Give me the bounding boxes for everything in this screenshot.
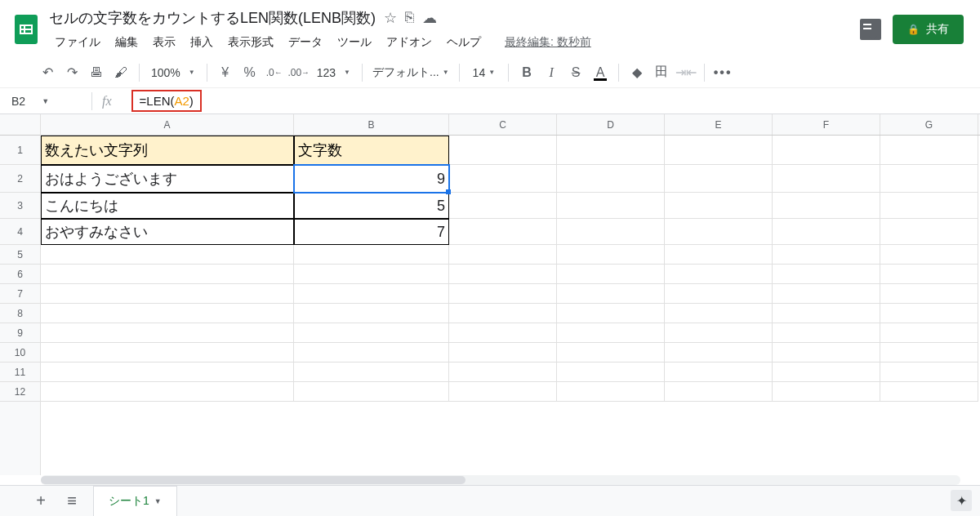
cell[interactable]: [41, 284, 294, 304]
percent-button[interactable]: %: [238, 61, 261, 84]
cell[interactable]: [449, 323, 557, 343]
cell[interactable]: [41, 363, 294, 382]
cell[interactable]: [773, 323, 880, 343]
menu-data[interactable]: データ: [283, 32, 328, 53]
cell[interactable]: [557, 219, 665, 245]
sheet-tab-1[interactable]: シート1 ▼: [93, 486, 177, 516]
cell[interactable]: [294, 382, 449, 402]
cell[interactable]: [557, 136, 665, 165]
cell[interactable]: [294, 284, 449, 304]
cell-B1[interactable]: 文字数: [294, 136, 449, 165]
cell-A4[interactable]: おやすみなさい: [41, 219, 294, 245]
cell[interactable]: [880, 219, 978, 245]
font-family-select[interactable]: デフォルト...: [369, 62, 452, 83]
cell[interactable]: [773, 219, 880, 245]
name-box[interactable]: B2 ▼: [0, 95, 82, 108]
menu-addons[interactable]: アドオン: [381, 32, 438, 53]
cell[interactable]: [880, 382, 978, 402]
cell[interactable]: [449, 284, 557, 304]
cell[interactable]: [294, 304, 449, 323]
column-header[interactable]: G: [880, 114, 978, 135]
currency-button[interactable]: ¥: [214, 61, 237, 84]
document-title[interactable]: セルの文字数をカウントするLEN関数(LENB関数): [49, 8, 376, 28]
print-button[interactable]: 🖶: [85, 61, 108, 84]
cell[interactable]: [880, 323, 978, 343]
row-header[interactable]: 9: [0, 323, 40, 343]
number-format-button[interactable]: 123: [312, 63, 355, 82]
cell[interactable]: [449, 343, 557, 363]
cell[interactable]: [449, 165, 557, 193]
cells-grid[interactable]: 数えたい文字列 文字数 おはようございます 9 こんにちは 5: [41, 136, 980, 402]
cell[interactable]: [557, 265, 665, 284]
italic-button[interactable]: I: [540, 61, 563, 84]
cell[interactable]: [773, 343, 880, 363]
menu-insert[interactable]: 挿入: [185, 32, 219, 53]
column-header[interactable]: A: [41, 114, 294, 135]
cell[interactable]: [880, 136, 978, 165]
row-header[interactable]: 7: [0, 284, 40, 304]
decrease-decimal-button[interactable]: .0←: [263, 61, 286, 84]
add-sheet-button[interactable]: +: [31, 492, 51, 511]
cell[interactable]: [665, 245, 773, 265]
menu-help[interactable]: ヘルプ: [441, 32, 487, 53]
cell[interactable]: [665, 284, 773, 304]
borders-button[interactable]: 田: [650, 61, 673, 84]
cell[interactable]: [449, 265, 557, 284]
merge-button[interactable]: ⇥⇤: [675, 61, 697, 84]
row-header[interactable]: 2: [0, 165, 40, 193]
cell[interactable]: [557, 363, 665, 382]
cell[interactable]: [294, 245, 449, 265]
cell[interactable]: [41, 245, 294, 265]
horizontal-scrollbar[interactable]: [41, 475, 960, 485]
cell[interactable]: [449, 136, 557, 165]
cell-A1[interactable]: 数えたい文字列: [41, 136, 294, 165]
cell-A2[interactable]: おはようございます: [41, 165, 294, 193]
all-sheets-button[interactable]: ≡: [62, 492, 82, 511]
column-header[interactable]: B: [294, 114, 449, 135]
cell[interactable]: [449, 304, 557, 323]
cell[interactable]: [665, 136, 773, 165]
cell[interactable]: [449, 245, 557, 265]
column-header[interactable]: C: [449, 114, 557, 135]
cell[interactable]: [41, 323, 294, 343]
cell[interactable]: [880, 245, 978, 265]
cell-B4[interactable]: 7: [294, 219, 449, 245]
formula-input[interactable]: =LEN(A2): [131, 90, 202, 112]
cell-A3[interactable]: こんにちは: [41, 193, 294, 219]
cell[interactable]: [557, 193, 665, 219]
cell[interactable]: [773, 363, 880, 382]
row-header[interactable]: 5: [0, 245, 40, 265]
cell[interactable]: [773, 304, 880, 323]
explore-button[interactable]: ✦: [951, 490, 972, 511]
cell[interactable]: [665, 323, 773, 343]
redo-button[interactable]: ↷: [60, 61, 83, 84]
row-header[interactable]: 4: [0, 219, 40, 245]
cell[interactable]: [294, 265, 449, 284]
menu-tools[interactable]: ツール: [332, 32, 377, 53]
strikethrough-button[interactable]: S: [564, 61, 587, 84]
cell[interactable]: [880, 284, 978, 304]
cell[interactable]: [449, 382, 557, 402]
undo-button[interactable]: ↶: [36, 61, 59, 84]
cloud-icon[interactable]: ☁: [422, 9, 437, 27]
cell[interactable]: [665, 219, 773, 245]
bold-button[interactable]: B: [515, 61, 538, 84]
cell[interactable]: [880, 343, 978, 363]
row-header[interactable]: 6: [0, 265, 40, 284]
cell[interactable]: [773, 284, 880, 304]
cell[interactable]: [773, 245, 880, 265]
cell[interactable]: [773, 193, 880, 219]
cell[interactable]: [665, 343, 773, 363]
menu-edit[interactable]: 編集: [109, 32, 144, 53]
cell[interactable]: [41, 382, 294, 402]
cell[interactable]: [880, 304, 978, 323]
cell[interactable]: [665, 363, 773, 382]
fill-color-button[interactable]: ◆: [626, 61, 648, 84]
cell[interactable]: [557, 343, 665, 363]
move-icon[interactable]: ⎘: [405, 9, 414, 27]
cell[interactable]: [449, 193, 557, 219]
star-icon[interactable]: ☆: [384, 9, 397, 27]
text-color-button[interactable]: A: [589, 61, 612, 84]
column-header[interactable]: E: [665, 114, 773, 135]
cell[interactable]: [665, 165, 773, 193]
